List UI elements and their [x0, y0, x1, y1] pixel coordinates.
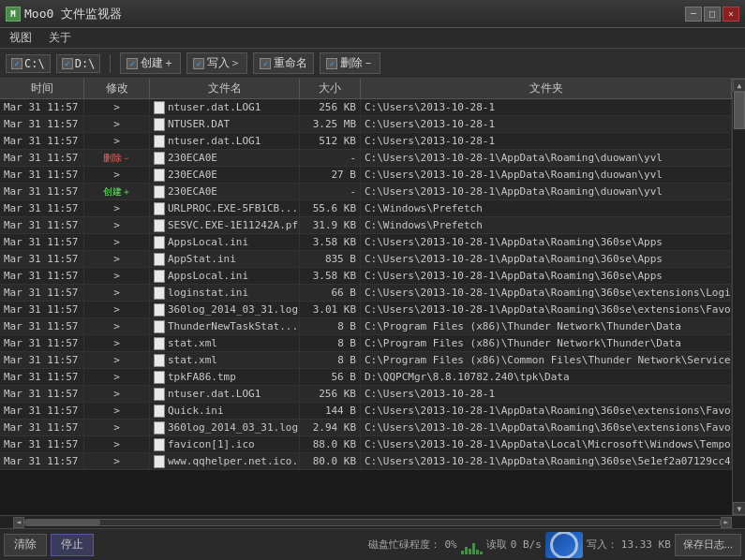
cell-size: 27 B	[300, 167, 361, 183]
table-row[interactable]: Mar 31 11:57 26>stat.xml8 BC:\Program Fi…	[0, 352, 732, 369]
table-row[interactable]: Mar 31 11:57 39>ntuser.dat.LOG1256 KBC:\…	[0, 99, 732, 116]
table-row[interactable]: Mar 31 11:57 23>360log_2014_03_31.log2.9…	[0, 420, 732, 436]
col-size[interactable]: 大小	[300, 79, 361, 98]
cell-time: Mar 31 11:57 37	[0, 184, 84, 199]
table-row[interactable]: Mar 31 11:57 29>AppsLocal.ini3.58 KBC:\U…	[0, 234, 732, 251]
cell-filename: ntuser.dat.LOG1	[150, 99, 300, 115]
clear-button[interactable]: 清除	[4, 534, 47, 556]
table-row[interactable]: Mar 31 11:57 24>ntuser.dat.LOG1256 KBC:\…	[0, 386, 732, 403]
table-row[interactable]: Mar 31 11:57 28>ThunderNewTaskStat....8 …	[0, 318, 732, 335]
stop-button[interactable]: 停止	[51, 534, 94, 556]
table-row[interactable]: Mar 31 11:57 24>tpkFA86.tmp56 BD:\QQPCMg…	[0, 369, 732, 386]
file-icon	[154, 320, 165, 333]
cell-folder: C:\Program Files (x86)\Thunder Network\T…	[361, 335, 732, 351]
table-header: 时间 修改 文件名 大小 文件夹	[0, 79, 732, 99]
file-icon	[154, 185, 165, 199]
cell-size: 835 B	[300, 251, 361, 267]
table-row[interactable]: Mar 31 11:57 28>360log_2014_03_31.log3.0…	[0, 302, 732, 318]
cell-modify: >	[84, 352, 150, 368]
h-scroll-track[interactable]	[24, 519, 721, 526]
menu-view[interactable]: 视图	[6, 28, 36, 48]
disk-busy-value: 0%	[444, 538, 456, 551]
table-row[interactable]: Mar 31 11:57 37创建＋230ECA0E-C:\Users\2013…	[0, 184, 732, 200]
cell-modify: >	[84, 420, 150, 435]
file-icon	[154, 303, 165, 317]
scroll-up-arrow[interactable]: ▲	[733, 79, 745, 92]
file-icon	[154, 219, 165, 232]
h-scroll-thumb[interactable]	[25, 520, 100, 525]
scroll-down-arrow[interactable]: ▼	[733, 502, 745, 515]
file-icon	[154, 152, 165, 165]
action-rename-button[interactable]: ✓ 重命名	[253, 52, 314, 74]
cell-folder: C:\Users\2013-10-28-1\AppData\Roaming\36…	[361, 420, 732, 435]
table-row[interactable]: Mar 31 11:57 39>ntuser.dat.LOG1512 KBC:\…	[0, 133, 732, 150]
cell-modify: 删除－	[84, 150, 150, 166]
cell-time: Mar 31 11:57 26	[0, 335, 84, 351]
table-row[interactable]: Mar 31 11:57 23>favicon[1].ico88.0 KBC:\…	[0, 436, 732, 453]
file-icon	[154, 371, 165, 384]
table-row[interactable]: Mar 31 11:57 23>Quick.ini144 BC:\Users\2…	[0, 403, 732, 420]
table-row[interactable]: Mar 31 11:57 30>URLPROC.EXE-5FB1CB...55.…	[0, 200, 732, 217]
col-filename[interactable]: 文件名	[150, 79, 300, 98]
cell-time: Mar 31 11:57 28	[0, 268, 84, 284]
table-row[interactable]: Mar 31 11:57 23>www.qqhelper.net.ico...8…	[0, 453, 732, 470]
horizontal-scrollbar[interactable]: ◄ ►	[0, 515, 745, 528]
cell-size: -	[300, 184, 361, 199]
cell-size: 256 KB	[300, 386, 361, 402]
table-row[interactable]: Mar 31 11:57 30>SESVC.EXE-1E11242A.pf31.…	[0, 217, 732, 234]
file-icon	[154, 253, 165, 266]
menu-about[interactable]: 关于	[45, 28, 75, 48]
cell-size: 56 B	[300, 369, 361, 385]
col-time[interactable]: 时间	[0, 79, 84, 98]
minimize-button[interactable]: ─	[685, 7, 702, 22]
cell-modify: >	[84, 268, 150, 284]
cell-folder: D:\QQPCMgr\8.8.10782.240\tpk\Data	[361, 369, 732, 385]
cell-filename: 360log_2014_03_31.log	[150, 302, 300, 317]
windows-logo	[545, 532, 583, 558]
cell-folder: C:\Users\2013-10-28-1\AppData\Roaming\36…	[361, 268, 732, 284]
cell-size: 55.6 KB	[300, 200, 361, 216]
cell-size: 88.0 KB	[300, 436, 361, 452]
table-row[interactable]: Mar 31 11:57 37删除－230ECA0E-C:\Users\2013…	[0, 150, 732, 167]
disk-chart	[461, 536, 483, 554]
scroll-thumb[interactable]	[734, 92, 745, 129]
table-row[interactable]: Mar 31 11:57 39>NTUSER.DAT3.25 MBC:\User…	[0, 116, 732, 133]
write-label: 写入＞	[207, 55, 241, 71]
scroll-track[interactable]	[733, 92, 745, 502]
cell-modify: >	[84, 335, 150, 351]
drive-c-button[interactable]: ✓ C:\	[6, 54, 51, 73]
file-icon	[154, 135, 165, 148]
action-delete-button[interactable]: ✓ 删除－	[320, 52, 380, 74]
drive-c-checkbox[interactable]: ✓	[11, 58, 22, 69]
cell-modify: >	[84, 99, 150, 115]
vertical-scrollbar[interactable]: ▲ ▼	[732, 79, 745, 515]
close-button[interactable]: ✕	[723, 7, 739, 22]
table-row[interactable]: Mar 31 11:57 29>AppStat.ini835 BC:\Users…	[0, 251, 732, 268]
save-log-button[interactable]: 保存日志...	[675, 534, 741, 556]
col-modify[interactable]: 修改	[84, 79, 150, 98]
scroll-right-arrow[interactable]: ►	[721, 517, 732, 528]
table-row[interactable]: Mar 31 11:57 28>AppsLocal.ini3.58 KBC:\U…	[0, 268, 732, 285]
action-write-button[interactable]: ✓ 写入＞	[186, 52, 247, 74]
table-row[interactable]: Mar 31 11:57 37>230ECA0E27 BC:\Users\201…	[0, 167, 732, 184]
scroll-left-arrow[interactable]: ◄	[13, 517, 24, 528]
drive-d-button[interactable]: ✓ D:\	[56, 54, 101, 73]
cell-filename: AppStat.ini	[150, 251, 300, 267]
cell-folder: C:\Users\2013-10-28-1	[361, 133, 732, 149]
table-row[interactable]: Mar 31 11:57 28>loginstat.ini66 BC:\User…	[0, 285, 732, 302]
cell-size: 80.0 KB	[300, 453, 361, 469]
status-bar: 清除 停止 磁盘忙碌程度： 0% 读取 0 B/s 写入： 13.33 KB 保…	[0, 528, 745, 560]
drive-d-checkbox[interactable]: ✓	[62, 58, 73, 69]
delete-label: 删除－	[340, 55, 374, 71]
file-icon	[154, 270, 165, 283]
cell-time: Mar 31 11:57 29	[0, 234, 84, 250]
action-create-button[interactable]: ✓ 创建＋	[120, 52, 181, 74]
cell-folder: C:\Users\2013-10-28-1\AppData\Roaming\36…	[361, 285, 732, 301]
cell-modify: >	[84, 133, 150, 149]
maximize-button[interactable]: □	[704, 7, 721, 22]
cell-time: Mar 31 11:57 26	[0, 352, 84, 368]
cell-folder: C:\Users\2013-10-28-1\AppData\Roaming\36…	[361, 302, 732, 317]
table-row[interactable]: Mar 31 11:57 26>stat.xml8 BC:\Program Fi…	[0, 335, 732, 352]
cell-size: 256 KB	[300, 99, 361, 115]
col-folder[interactable]: 文件夹	[361, 79, 732, 98]
